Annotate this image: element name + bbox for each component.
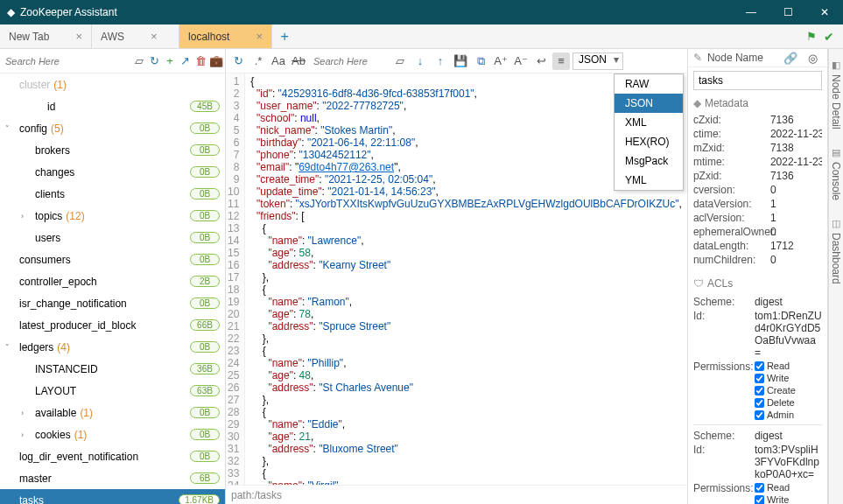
node-name-input[interactable]	[693, 71, 822, 90]
perm-checkbox[interactable]: Read	[755, 482, 790, 493]
tree-item[interactable]: isr_change_notification0B	[0, 292, 225, 314]
perm-checkbox[interactable]: Write	[755, 494, 789, 504]
arrow-up-icon[interactable]: ↑	[432, 52, 449, 70]
tree-item[interactable]: brokers0B	[0, 139, 225, 161]
tree-item[interactable]: tasks1.67KB	[0, 489, 225, 504]
path-value: /tasks	[255, 489, 282, 501]
size-badge: 0B	[190, 451, 220, 462]
rail-console[interactable]: ▤Console	[830, 142, 842, 206]
tree-item[interactable]: users0B	[0, 227, 225, 248]
case-icon[interactable]: Aa	[270, 52, 287, 70]
tree-item[interactable]: latest_producer_id_block66B	[0, 314, 225, 336]
delete-icon[interactable]: 🗑	[193, 52, 207, 70]
tree-item[interactable]: clients0B	[0, 183, 225, 205]
dashboard-icon: ◫	[832, 218, 840, 229]
meta-row: pZxid:7136	[693, 169, 822, 183]
tree-item[interactable]: ›cookies (1)0B	[0, 424, 225, 445]
size-badge: 0B	[190, 429, 220, 440]
refresh-icon[interactable]: ↻	[148, 52, 162, 70]
tree-item[interactable]: ›available (1)0B	[0, 402, 225, 424]
size-badge: 0B	[190, 210, 220, 221]
tree-item[interactable]: changes0B	[0, 161, 225, 183]
filter2-icon[interactable]: ▱	[391, 52, 409, 70]
arrow-down-icon[interactable]: ↓	[411, 52, 429, 70]
target-icon[interactable]: ◎	[804, 49, 822, 66]
size-badge: 2B	[190, 276, 220, 287]
tab-localhost[interactable]: localhost×	[179, 24, 272, 48]
minimize-button[interactable]: —	[733, 0, 769, 24]
filter-icon[interactable]: ▱	[132, 52, 146, 70]
tree-item[interactable]: consumers0B	[0, 248, 225, 270]
tree-item[interactable]: INSTANCEID36B	[0, 358, 225, 380]
size-badge: 0B	[190, 254, 220, 265]
tree-item[interactable]: ˅ledgers (4)0B	[0, 336, 225, 358]
edit-icon[interactable]: ↗	[179, 52, 193, 70]
rail-node-detail[interactable]: ◧Node Detail	[830, 54, 842, 135]
tree-item[interactable]: log_dir_event_notification0B	[0, 445, 225, 467]
copy-icon[interactable]: ⧉	[472, 52, 489, 70]
format-option-hex[interactable]: HEX(RO)	[615, 132, 683, 151]
tree-item[interactable]: cluster (1)	[0, 74, 225, 95]
size-badge: 1.67KB	[179, 494, 220, 504]
diamond-icon: ◆	[693, 97, 701, 109]
format-option-yml[interactable]: YML	[615, 171, 683, 190]
format-icon[interactable]: ≡	[552, 52, 570, 70]
meta-row: numChildren:0	[693, 253, 822, 267]
perm-checkbox[interactable]: Create	[755, 385, 796, 396]
center-panel: ↻ .* Aa Ab ▱ ↓ ↑ 💾 ⧉ A⁺ A⁻ ↩ ≡ JSON RAW …	[226, 49, 688, 504]
perm-checkbox[interactable]: Read	[755, 360, 790, 371]
flag-icon[interactable]: ⚑	[806, 30, 817, 43]
word-icon[interactable]: Ab	[290, 52, 307, 70]
check-icon[interactable]: ✔	[824, 30, 834, 44]
save-icon[interactable]: 💾	[452, 52, 469, 70]
perm-checkbox[interactable]: Write	[755, 373, 789, 383]
close-icon[interactable]: ×	[75, 30, 82, 43]
console-icon: ▤	[832, 147, 840, 158]
close-icon[interactable]: ×	[151, 30, 158, 43]
link-icon[interactable]: 🔗	[782, 49, 799, 66]
add-icon[interactable]: +	[163, 52, 177, 70]
format-option-raw[interactable]: RAW	[615, 74, 683, 94]
tree-item[interactable]: controller_epoch2B	[0, 270, 225, 292]
refresh-icon[interactable]: ↻	[229, 52, 247, 70]
regex-icon[interactable]: .*	[249, 52, 267, 70]
close-button[interactable]: ✕	[806, 0, 843, 24]
tree-item[interactable]: master6B	[0, 467, 225, 489]
size-badge: 63B	[190, 385, 220, 396]
left-panel: ▱ ↻ + ↗ 🗑 💼 cluster (1)id45B˅config (5)0…	[0, 49, 226, 504]
tab-new[interactable]: New Tab×	[0, 24, 92, 48]
format-select[interactable]: JSON	[573, 52, 623, 70]
editor-search-input[interactable]	[310, 52, 389, 70]
window-title: ZooKeeper Assistant	[20, 6, 733, 18]
format-option-msgpack[interactable]: MsgPack	[615, 151, 683, 171]
tree-item[interactable]: ˅config (5)0B	[0, 117, 225, 139]
briefcase-icon[interactable]: 💼	[209, 52, 223, 70]
size-badge: 66B	[190, 319, 220, 331]
acl-entry: Scheme:digestId:tom1:DRenZUd4r0KrGYdD5Oa…	[693, 295, 822, 421]
perm-checkbox[interactable]: Delete	[755, 397, 795, 408]
meta-row: cversion:0	[693, 183, 822, 197]
format-option-xml[interactable]: XML	[615, 113, 683, 132]
tree-search-input[interactable]	[2, 52, 130, 70]
format-option-json[interactable]: JSON	[615, 94, 683, 113]
size-badge: 6B	[190, 472, 220, 484]
titlebar: ◆ ZooKeeper Assistant — ☐ ✕	[0, 0, 843, 24]
tab-aws[interactable]: AWS×	[92, 24, 179, 48]
font-inc-icon[interactable]: A⁺	[492, 52, 509, 70]
rail-dashboard[interactable]: ◫Dashboard	[830, 213, 842, 290]
node-tree[interactable]: cluster (1)id45B˅config (5)0Bbrokers0Bch…	[0, 74, 225, 504]
pencil-icon[interactable]: ✎	[693, 52, 702, 64]
acl-entry: Scheme:digestId:tom3:PVspliH3FYVoFKdlnpk…	[693, 429, 822, 504]
close-icon[interactable]: ×	[256, 30, 263, 43]
perm-checkbox[interactable]: Admin	[755, 410, 794, 420]
tree-item[interactable]: ›topics (12)0B	[0, 205, 225, 227]
add-tab-button[interactable]: +	[272, 24, 297, 48]
tree-item[interactable]: LAYOUT63B	[0, 380, 225, 402]
font-dec-icon[interactable]: A⁻	[512, 52, 530, 70]
acl-list: Scheme:digestId:tom1:DRenZUd4r0KrGYdD5Oa…	[688, 293, 827, 504]
wrap-icon[interactable]: ↩	[532, 52, 550, 70]
tree-item[interactable]: id45B	[0, 95, 225, 117]
path-bar: path: /tasks	[226, 485, 687, 504]
maximize-button[interactable]: ☐	[769, 0, 806, 24]
meta-row: cZxid:7136	[693, 113, 822, 127]
